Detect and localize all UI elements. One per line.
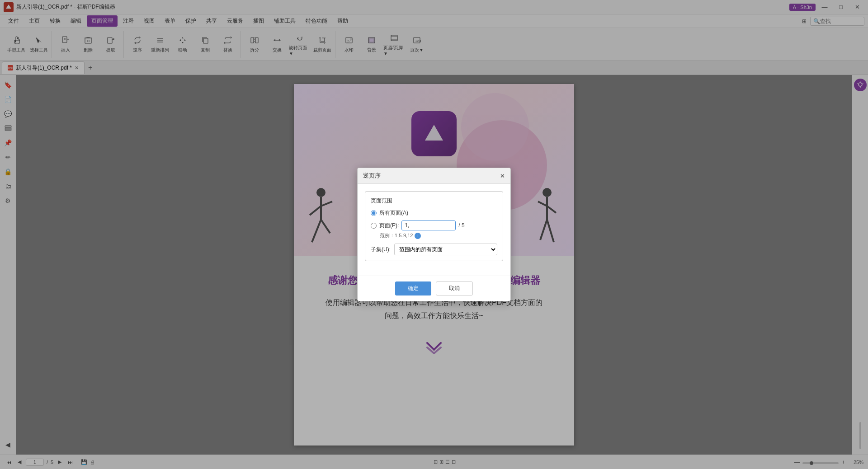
range-hint-text: 范例：1,5-9,12 xyxy=(380,232,413,239)
dialog-close-button[interactable]: ✕ xyxy=(500,173,505,179)
modal-overlay: 逆页序 ✕ 页面范围 所有页面(A) 页面(P): / 5 xyxy=(0,0,868,469)
dialog-footer: 确定 取消 xyxy=(358,276,510,301)
radio-row-pages: 页面(P): / 5 xyxy=(371,220,497,230)
cancel-button[interactable]: 取消 xyxy=(436,281,473,295)
dialog-title-text: 逆页序 xyxy=(363,172,381,180)
radio-pages[interactable] xyxy=(371,223,377,229)
radio-row-all: 所有页面(A) xyxy=(371,209,497,217)
page-range-group: 页面范围 所有页面(A) 页面(P): / 5 范例：1,5-9,12 i xyxy=(365,191,503,261)
radio-pages-label[interactable]: 页面(P): xyxy=(379,222,399,230)
group-title: 页面范围 xyxy=(371,197,497,205)
subset-label: 子集(U): xyxy=(371,246,391,253)
page-range-input[interactable] xyxy=(401,220,456,230)
page-total-display: / 5 xyxy=(458,222,464,229)
dialog-title-bar: 逆页序 ✕ xyxy=(358,168,510,184)
range-hint-row: 范例：1,5-9,12 i xyxy=(380,232,497,239)
radio-all-label[interactable]: 所有页面(A) xyxy=(379,209,408,217)
range-info-icon[interactable]: i xyxy=(415,233,421,239)
subset-select[interactable]: 范围内的所有页面 仅奇数页 仅偶数页 xyxy=(394,244,497,255)
dialog-body: 页面范围 所有页面(A) 页面(P): / 5 范例：1,5-9,12 i xyxy=(358,184,510,276)
subset-row: 子集(U): 范围内的所有页面 仅奇数页 仅偶数页 xyxy=(371,244,497,255)
radio-all-pages[interactable] xyxy=(371,210,377,216)
confirm-button[interactable]: 确定 xyxy=(395,281,431,295)
reverse-page-dialog: 逆页序 ✕ 页面范围 所有页面(A) 页面(P): / 5 xyxy=(357,168,511,301)
